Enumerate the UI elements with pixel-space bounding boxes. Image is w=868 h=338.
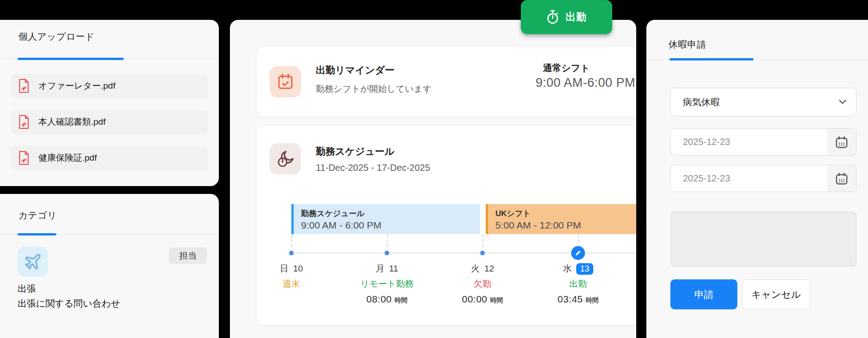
calendar-icon <box>835 172 849 186</box>
travel-category-tile[interactable] <box>18 247 48 277</box>
cancel-button[interactable]: キャンセル <box>742 279 810 309</box>
leave-request-panel: 休暇申請 病気休暇 <box>646 20 868 338</box>
day-label: 火 12 <box>471 262 494 275</box>
day-of-week: 水 <box>563 263 572 275</box>
timeline-dash <box>387 234 388 253</box>
active-tab-underline <box>18 233 56 235</box>
submit-button[interactable]: 申請 <box>670 279 737 309</box>
timeline-dot <box>289 251 294 255</box>
leave-type-value: 病気休暇 <box>683 96 720 109</box>
category-item-description: 出張に関する問い合わせ <box>18 297 121 310</box>
shift-block-time: 5:00 AM - 12:00 PM <box>495 220 636 231</box>
day-status: リモート勤務 <box>360 278 413 290</box>
day-label: 水 13 <box>563 262 593 275</box>
pdf-file-icon <box>18 78 30 93</box>
schedule-icon-tile <box>270 143 301 175</box>
active-tab-underline <box>18 58 124 60</box>
day-status: 出勤 <box>569 278 587 290</box>
end-date-picker-button[interactable] <box>827 165 856 192</box>
start-date-input[interactable] <box>671 137 823 147</box>
hours-value: 08:00 <box>366 294 392 304</box>
day-of-week: 月 <box>376 263 385 275</box>
start-date-field[interactable] <box>670 128 856 156</box>
file-item[interactable]: オファーレター.pdf <box>11 74 208 98</box>
day-label: 日 10 <box>280 262 303 275</box>
schedule-date-range: 11-Dec-2025 - 17-Dec-2025 <box>316 163 430 173</box>
timeline-dash <box>482 234 483 253</box>
attendance-reminder-card: 出勤リマインダー 勤務シフトが開始しています 通常シフト 9:00 AM-6:0… <box>257 47 636 116</box>
assignee-badge: 担当 <box>169 247 207 264</box>
day-date: 10 <box>293 264 303 274</box>
active-tab-underline <box>669 58 753 60</box>
file-name: 健康保険証.pdf <box>38 152 97 164</box>
file-item[interactable]: 本人確認書類.pdf <box>11 110 208 134</box>
day-hours <box>290 294 293 305</box>
pdf-file-icon <box>18 115 30 129</box>
day-hours: 00:00時間 <box>462 294 503 305</box>
shift-block-uk[interactable]: UKシフト 5:00 AM - 12:00 PM <box>486 204 636 234</box>
reminder-title: 出勤リマインダー <box>316 64 394 77</box>
category-title: カテゴリ <box>18 209 57 222</box>
day-date: 11 <box>389 264 398 274</box>
timeline-dash <box>291 234 292 253</box>
personal-upload-title: 個人アップロード <box>18 30 95 43</box>
selected-date-badge[interactable]: 13 <box>576 263 593 275</box>
hours-value: 00:00 <box>462 294 487 304</box>
airplane-icon <box>24 253 42 271</box>
start-date-picker-button[interactable] <box>827 129 856 155</box>
timeline-dot <box>385 251 389 255</box>
shift-clock-icon <box>276 149 295 169</box>
hours-value: 03:45 <box>557 294 583 304</box>
day-label: 月 11 <box>376 262 398 275</box>
end-date-field[interactable] <box>670 165 856 192</box>
shift-block-regular[interactable]: 勤務スケジュール 9:00 AM - 6:00 PM <box>291 204 480 234</box>
shift-time: 9:00 AM-6:00 PM <box>536 76 635 90</box>
stopwatch-icon <box>546 10 559 24</box>
leave-request-title: 休暇申請 <box>669 38 706 51</box>
file-item[interactable]: 健康保険証.pdf <box>11 146 208 170</box>
category-item-title: 出張 <box>18 283 36 295</box>
category-panel: カテゴリ 担当 出張 出張に関する問い合わせ <box>0 194 219 338</box>
file-name: オファーレター.pdf <box>38 80 115 92</box>
day-status: 週末 <box>283 278 300 290</box>
attendance-panel: 出勤リマインダー 勤務シフトが開始しています 通常シフト 9:00 AM-6:0… <box>230 20 636 338</box>
hours-unit: 時間 <box>490 296 503 304</box>
hours-unit: 時間 <box>586 296 599 304</box>
timeline-dot <box>480 251 485 255</box>
day-status: 欠勤 <box>474 278 491 290</box>
calendar-check-icon <box>277 73 294 91</box>
shift-block-name: UKシフト <box>495 208 636 219</box>
leave-type-select[interactable]: 病気休暇 <box>670 88 856 116</box>
leave-comment-textarea[interactable] <box>670 211 856 266</box>
work-schedule-card: 勤務スケジュール 11-Dec-2025 - 17-Dec-2025 勤務スケジ… <box>257 126 636 325</box>
hours-unit: 時間 <box>395 296 408 304</box>
clock-in-label: 出勤 <box>566 10 587 24</box>
shift-name: 通常シフト <box>543 62 590 74</box>
edit-pencil-icon <box>575 250 581 256</box>
shift-block-name: 勤務スケジュール <box>301 208 480 219</box>
reminder-icon-tile <box>270 66 301 97</box>
personal-upload-panel: 個人アップロード オファーレター.pdf 本人確認書類.pdf <box>0 20 219 186</box>
end-date-input[interactable] <box>671 173 823 184</box>
day-hours: 03:45時間 <box>557 294 598 305</box>
day-of-week: 火 <box>471 263 480 275</box>
schedule-title: 勤務スケジュール <box>316 145 394 158</box>
file-name: 本人確認書類.pdf <box>38 116 106 128</box>
pdf-file-icon <box>18 151 30 165</box>
reminder-subtitle: 勤務シフトが開始しています <box>316 83 432 95</box>
chevron-down-icon <box>838 99 847 104</box>
calendar-icon <box>835 135 849 149</box>
edit-day-button[interactable] <box>571 246 585 260</box>
day-of-week: 日 <box>280 263 289 275</box>
clock-in-button[interactable]: 出勤 <box>521 0 612 34</box>
day-date: 12 <box>484 264 494 274</box>
app-root: 個人アップロード オファーレター.pdf 本人確認書類.pdf <box>0 0 868 338</box>
day-hours: 08:00時間 <box>366 294 407 305</box>
shift-block-time: 9:00 AM - 6:00 PM <box>301 220 480 231</box>
